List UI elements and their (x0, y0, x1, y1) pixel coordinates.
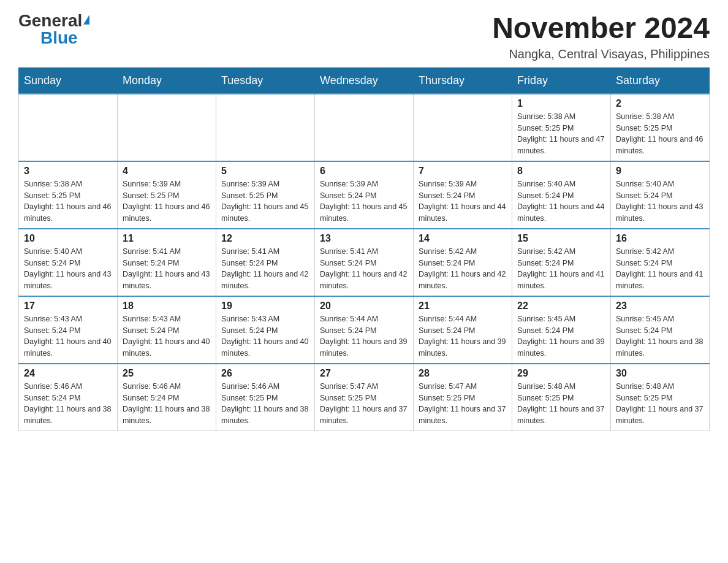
title-area: November 2024 Nangka, Central Visayas, P… (492, 12, 710, 61)
day-number: 26 (221, 368, 309, 379)
logo-blue-text: Blue (40, 29, 78, 47)
calendar-cell: 27Sunrise: 5:47 AM Sunset: 5:25 PM Dayli… (315, 364, 414, 431)
day-info: Sunrise: 5:41 AM Sunset: 5:24 PM Dayligh… (123, 246, 211, 292)
day-info: Sunrise: 5:38 AM Sunset: 5:25 PM Dayligh… (24, 178, 112, 224)
day-header-tuesday: Tuesday (216, 67, 315, 94)
calendar-cell (118, 94, 216, 161)
calendar-cell: 20Sunrise: 5:44 AM Sunset: 5:24 PM Dayli… (315, 296, 414, 364)
day-header-friday: Friday (512, 67, 611, 94)
day-number: 15 (517, 233, 605, 244)
calendar-cell (19, 94, 118, 161)
day-number: 22 (517, 301, 605, 312)
day-number: 6 (320, 166, 408, 177)
day-number: 10 (24, 233, 112, 244)
day-info: Sunrise: 5:40 AM Sunset: 5:24 PM Dayligh… (517, 178, 605, 224)
day-info: Sunrise: 5:46 AM Sunset: 5:24 PM Dayligh… (123, 381, 211, 427)
day-header-saturday: Saturday (611, 67, 710, 94)
day-number: 28 (419, 368, 507, 379)
calendar-cell (315, 94, 414, 161)
day-number: 17 (24, 301, 112, 312)
day-info: Sunrise: 5:42 AM Sunset: 5:24 PM Dayligh… (517, 246, 605, 292)
day-info: Sunrise: 5:45 AM Sunset: 5:24 PM Dayligh… (616, 313, 704, 359)
calendar-cell: 22Sunrise: 5:45 AM Sunset: 5:24 PM Dayli… (512, 296, 611, 364)
calendar-cell: 24Sunrise: 5:46 AM Sunset: 5:24 PM Dayli… (19, 364, 118, 431)
day-info: Sunrise: 5:48 AM Sunset: 5:25 PM Dayligh… (517, 381, 605, 427)
calendar-cell: 19Sunrise: 5:43 AM Sunset: 5:24 PM Dayli… (216, 296, 315, 364)
calendar-cell: 26Sunrise: 5:46 AM Sunset: 5:25 PM Dayli… (216, 364, 315, 431)
calendar-cell: 1Sunrise: 5:38 AM Sunset: 5:25 PM Daylig… (512, 94, 611, 161)
day-info: Sunrise: 5:42 AM Sunset: 5:24 PM Dayligh… (616, 246, 704, 292)
calendar-cell: 18Sunrise: 5:43 AM Sunset: 5:24 PM Dayli… (118, 296, 216, 364)
day-number: 9 (616, 166, 704, 177)
calendar-table: SundayMondayTuesdayWednesdayThursdayFrid… (18, 67, 710, 431)
day-info: Sunrise: 5:42 AM Sunset: 5:24 PM Dayligh… (419, 246, 507, 292)
calendar-title: November 2024 (492, 12, 710, 45)
calendar-cell: 2Sunrise: 5:38 AM Sunset: 5:25 PM Daylig… (611, 94, 710, 161)
day-header-monday: Monday (118, 67, 216, 94)
calendar-week-row: 24Sunrise: 5:46 AM Sunset: 5:24 PM Dayli… (19, 364, 710, 431)
calendar-cell: 17Sunrise: 5:43 AM Sunset: 5:24 PM Dayli… (19, 296, 118, 364)
calendar-week-row: 10Sunrise: 5:40 AM Sunset: 5:24 PM Dayli… (19, 229, 710, 296)
day-info: Sunrise: 5:46 AM Sunset: 5:24 PM Dayligh… (24, 381, 112, 427)
logo: General Blue (18, 12, 89, 47)
day-info: Sunrise: 5:44 AM Sunset: 5:24 PM Dayligh… (320, 313, 408, 359)
day-info: Sunrise: 5:43 AM Sunset: 5:24 PM Dayligh… (221, 313, 309, 359)
day-info: Sunrise: 5:39 AM Sunset: 5:25 PM Dayligh… (221, 178, 309, 224)
calendar-cell: 4Sunrise: 5:39 AM Sunset: 5:25 PM Daylig… (118, 161, 216, 229)
day-number: 12 (221, 233, 309, 244)
day-info: Sunrise: 5:41 AM Sunset: 5:24 PM Dayligh… (221, 246, 309, 292)
day-number: 29 (517, 368, 605, 379)
day-header-wednesday: Wednesday (315, 67, 414, 94)
day-number: 25 (123, 368, 211, 379)
logo-triangle-icon (83, 15, 89, 25)
day-number: 30 (616, 368, 704, 379)
calendar-cell: 3Sunrise: 5:38 AM Sunset: 5:25 PM Daylig… (19, 161, 118, 229)
calendar-cell: 12Sunrise: 5:41 AM Sunset: 5:24 PM Dayli… (216, 229, 315, 296)
day-info: Sunrise: 5:38 AM Sunset: 5:25 PM Dayligh… (616, 111, 704, 157)
day-info: Sunrise: 5:39 AM Sunset: 5:24 PM Dayligh… (419, 178, 507, 224)
logo-general-text: General (18, 12, 82, 29)
day-header-thursday: Thursday (414, 67, 512, 94)
day-number: 4 (123, 166, 211, 177)
calendar-week-row: 17Sunrise: 5:43 AM Sunset: 5:24 PM Dayli… (19, 296, 710, 364)
calendar-cell: 21Sunrise: 5:44 AM Sunset: 5:24 PM Dayli… (414, 296, 512, 364)
day-number: 21 (419, 301, 507, 312)
calendar-cell: 9Sunrise: 5:40 AM Sunset: 5:24 PM Daylig… (611, 161, 710, 229)
calendar-cell: 11Sunrise: 5:41 AM Sunset: 5:24 PM Dayli… (118, 229, 216, 296)
day-info: Sunrise: 5:40 AM Sunset: 5:24 PM Dayligh… (24, 246, 112, 292)
calendar-cell: 6Sunrise: 5:39 AM Sunset: 5:24 PM Daylig… (315, 161, 414, 229)
day-info: Sunrise: 5:39 AM Sunset: 5:25 PM Dayligh… (123, 178, 211, 224)
calendar-cell: 8Sunrise: 5:40 AM Sunset: 5:24 PM Daylig… (512, 161, 611, 229)
calendar-cell: 29Sunrise: 5:48 AM Sunset: 5:25 PM Dayli… (512, 364, 611, 431)
day-info: Sunrise: 5:45 AM Sunset: 5:24 PM Dayligh… (517, 313, 605, 359)
page-header: General Blue November 2024 Nangka, Centr… (18, 12, 710, 61)
day-number: 13 (320, 233, 408, 244)
calendar-cell: 28Sunrise: 5:47 AM Sunset: 5:25 PM Dayli… (414, 364, 512, 431)
calendar-cell: 14Sunrise: 5:42 AM Sunset: 5:24 PM Dayli… (414, 229, 512, 296)
day-number: 11 (123, 233, 211, 244)
day-info: Sunrise: 5:46 AM Sunset: 5:25 PM Dayligh… (221, 381, 309, 427)
day-number: 14 (419, 233, 507, 244)
day-info: Sunrise: 5:44 AM Sunset: 5:24 PM Dayligh… (419, 313, 507, 359)
calendar-cell: 23Sunrise: 5:45 AM Sunset: 5:24 PM Dayli… (611, 296, 710, 364)
calendar-subtitle: Nangka, Central Visayas, Philippines (492, 47, 710, 61)
calendar-cell: 25Sunrise: 5:46 AM Sunset: 5:24 PM Dayli… (118, 364, 216, 431)
day-number: 20 (320, 301, 408, 312)
day-number: 7 (419, 166, 507, 177)
day-number: 5 (221, 166, 309, 177)
day-info: Sunrise: 5:43 AM Sunset: 5:24 PM Dayligh… (24, 313, 112, 359)
calendar-cell: 10Sunrise: 5:40 AM Sunset: 5:24 PM Dayli… (19, 229, 118, 296)
day-number: 19 (221, 301, 309, 312)
day-number: 2 (616, 98, 704, 109)
day-number: 23 (616, 301, 704, 312)
day-number: 1 (517, 98, 605, 109)
calendar-cell: 30Sunrise: 5:48 AM Sunset: 5:25 PM Dayli… (611, 364, 710, 431)
day-info: Sunrise: 5:38 AM Sunset: 5:25 PM Dayligh… (517, 111, 605, 157)
calendar-cell: 13Sunrise: 5:41 AM Sunset: 5:24 PM Dayli… (315, 229, 414, 296)
day-header-sunday: Sunday (19, 67, 118, 94)
day-info: Sunrise: 5:48 AM Sunset: 5:25 PM Dayligh… (616, 381, 704, 427)
day-number: 8 (517, 166, 605, 177)
day-number: 24 (24, 368, 112, 379)
day-info: Sunrise: 5:47 AM Sunset: 5:25 PM Dayligh… (320, 381, 408, 427)
calendar-header-row: SundayMondayTuesdayWednesdayThursdayFrid… (19, 67, 710, 94)
